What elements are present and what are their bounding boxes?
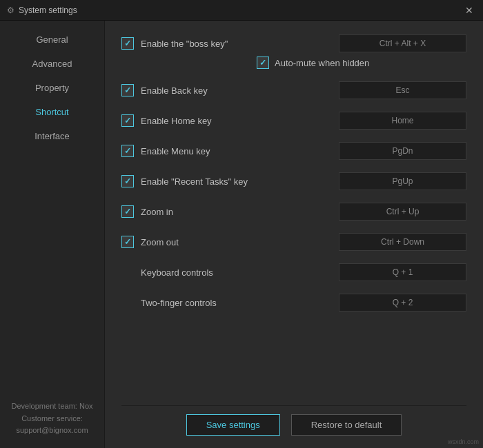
close-button[interactable]: ✕ xyxy=(462,4,476,17)
sidebar-item-general[interactable]: General xyxy=(0,28,104,52)
keyboard-controls-input[interactable] xyxy=(339,263,466,281)
zoom-in-label[interactable]: Zoom in xyxy=(121,205,249,218)
zoom-out-label-text: Zoom out xyxy=(141,237,179,247)
sidebar-item-property[interactable]: Property xyxy=(0,76,104,100)
recent-tasks-key-label[interactable]: Enable "Recent Tasks" key xyxy=(121,175,249,187)
sidebar-item-interface[interactable]: Interface xyxy=(0,124,104,148)
auto-mute-label-text: Auto-mute when hidden xyxy=(275,58,369,68)
zoom-in-checkbox[interactable] xyxy=(121,205,134,218)
zoom-out-input[interactable] xyxy=(339,233,466,251)
menu-key-checkbox[interactable] xyxy=(121,145,134,157)
recent-tasks-key-checkbox[interactable] xyxy=(121,175,134,187)
recent-tasks-key-input[interactable] xyxy=(339,172,466,190)
keyboard-controls-label: Keyboard controls xyxy=(121,267,249,278)
boss-key-sub: Auto-mute when hidden xyxy=(257,57,369,69)
keyboard-controls-setting: Keyboard controls xyxy=(121,263,466,281)
back-key-input[interactable] xyxy=(339,81,466,99)
zoom-in-setting: Zoom in xyxy=(121,203,466,221)
home-key-label-text: Enable Home key xyxy=(141,116,212,126)
boss-key-setting: Enable the "boss key" Auto-mute when hid… xyxy=(121,34,466,69)
zoom-in-label-text: Zoom in xyxy=(141,207,173,217)
boss-key-label[interactable]: Enable the "boss key" xyxy=(121,37,249,50)
two-finger-controls-label: Two-finger controls xyxy=(121,298,249,308)
recent-tasks-key-label-text: Enable "Recent Tasks" key xyxy=(141,176,248,187)
menu-key-setting: Enable Menu key xyxy=(121,142,466,160)
back-key-label[interactable]: Enable Back key xyxy=(121,84,249,96)
sidebar-item-advanced[interactable]: Advanced xyxy=(0,52,104,76)
boss-key-top: Enable the "boss key" xyxy=(121,34,466,52)
zoom-out-setting: Zoom out xyxy=(121,233,466,251)
customer-service-label: Customer service: xyxy=(7,413,97,425)
zoom-out-label[interactable]: Zoom out xyxy=(121,236,249,248)
title-bar-title: System settings xyxy=(19,6,77,15)
watermark: wsxdn.com xyxy=(448,438,479,445)
back-key-setting: Enable Back key xyxy=(121,81,466,99)
bottom-bar: Save settings Restore to default xyxy=(121,405,466,441)
auto-mute-checkbox[interactable] xyxy=(257,57,269,69)
restore-default-button[interactable]: Restore to default xyxy=(291,414,402,436)
menu-key-label-text: Enable Menu key xyxy=(141,146,210,156)
home-key-input[interactable] xyxy=(339,112,466,130)
sidebar-item-shortcut[interactable]: Shortcut xyxy=(0,100,104,124)
home-key-setting: Enable Home key xyxy=(121,112,466,130)
title-bar: ⚙ System settings ✕ xyxy=(0,0,483,21)
recent-tasks-key-setting: Enable "Recent Tasks" key xyxy=(121,172,466,190)
title-bar-left: ⚙ System settings xyxy=(7,6,77,15)
boss-key-checkbox[interactable] xyxy=(121,37,134,50)
support-email: support@bignox.com xyxy=(7,425,97,437)
menu-key-input[interactable] xyxy=(339,142,466,160)
sidebar-footer: Development team: Nox Customer service: … xyxy=(0,392,104,448)
settings-icon: ⚙ xyxy=(7,6,14,15)
main-layout: General Advanced Property Shortcut Inter… xyxy=(0,21,483,448)
settings-rows: Enable the "boss key" Auto-mute when hid… xyxy=(121,34,466,398)
boss-key-input[interactable] xyxy=(339,34,466,52)
back-key-checkbox[interactable] xyxy=(121,84,134,96)
back-key-label-text: Enable Back key xyxy=(141,85,208,96)
two-finger-controls-setting: Two-finger controls xyxy=(121,294,466,312)
menu-key-label[interactable]: Enable Menu key xyxy=(121,145,249,157)
save-settings-button[interactable]: Save settings xyxy=(186,414,280,436)
auto-mute-label[interactable]: Auto-mute when hidden xyxy=(257,57,369,69)
two-finger-controls-input[interactable] xyxy=(339,294,466,312)
home-key-label[interactable]: Enable Home key xyxy=(121,114,249,127)
dev-team-text: Development team: Nox xyxy=(7,400,97,413)
boss-key-label-text: Enable the "boss key" xyxy=(141,39,228,49)
sidebar: General Advanced Property Shortcut Inter… xyxy=(0,21,105,448)
home-key-checkbox[interactable] xyxy=(121,114,134,127)
zoom-out-checkbox[interactable] xyxy=(121,236,134,248)
content-area: Enable the "boss key" Auto-mute when hid… xyxy=(105,21,483,448)
zoom-in-input[interactable] xyxy=(339,203,466,221)
